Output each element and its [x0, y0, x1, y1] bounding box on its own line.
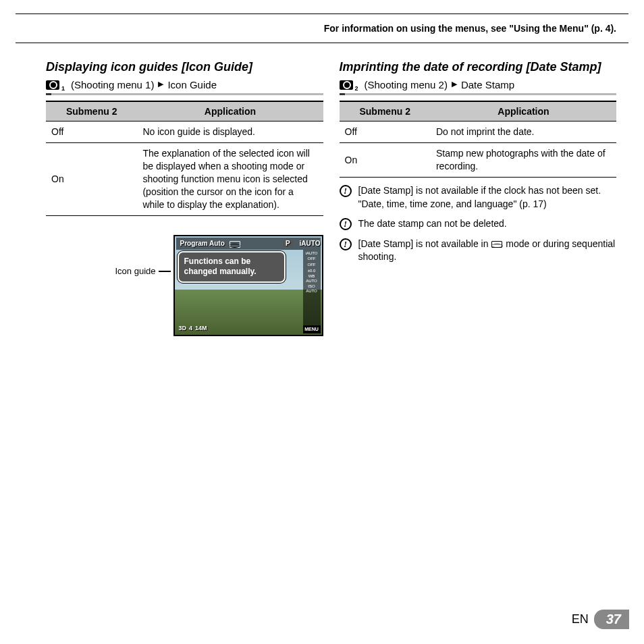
bottom-item: 14M: [195, 325, 207, 331]
lcd-menu-tag: MENU: [303, 325, 321, 333]
icon-guide-table: Submenu 2 Application Off No icon guide …: [46, 101, 323, 215]
camera-sub-2: 2: [355, 85, 358, 92]
note-line: [Date Stamp] is not available if the clo…: [358, 185, 601, 196]
lcd-mode-text: Program Auto: [180, 240, 225, 247]
breadcrumb-item-1: Icon Guide: [167, 79, 217, 90]
content: Displaying icon guides [Icon Guide] 1 (S…: [16, 43, 628, 336]
page-number-badge: 37: [594, 610, 629, 629]
figure-label: Icon guide: [115, 235, 156, 276]
lcd-mode-p: P: [283, 240, 293, 247]
footer: EN 37: [572, 610, 629, 629]
side-item: OFF: [308, 263, 316, 267]
cell-on-desc: Stamp new photographs with the date of r…: [431, 143, 616, 178]
note-line: "Date, time, time zone, and language" (p…: [358, 198, 547, 209]
th-submenu: Submenu 2: [46, 101, 137, 122]
table-header-row: Submenu 2 Application: [46, 101, 323, 122]
side-item: WB AUTO: [303, 274, 321, 283]
right-column: Imprinting the date of recording [Date S…: [340, 59, 617, 336]
note-1: ! [Date Stamp] is not available if the c…: [340, 184, 617, 211]
note-2: ! The date stamp can not be deleted.: [340, 217, 617, 231]
header-text: For information on using the menus, see …: [324, 23, 616, 34]
camera-icon: [340, 80, 353, 90]
header-bar: For information on using the menus, see …: [16, 14, 628, 43]
breadcrumb-icon-guide: 1 (Shooting menu 1) ▶ Icon Guide: [46, 79, 323, 95]
table-row: On Stamp new photographs with the date o…: [340, 143, 617, 178]
note-3: ! [Date Stamp] is not available in mode …: [340, 238, 617, 264]
figure-icon-guide: Icon guide Program Auto P iAUTO Function…: [46, 235, 323, 336]
lcd-iauto: iAUTO: [300, 240, 321, 247]
breadcrumb-date-stamp: 2 (Shooting menu 2) ▶ Date Stamp: [340, 79, 617, 95]
side-item: ±0.0: [308, 269, 316, 273]
cell-on-desc: The explanation of the selected icon wil…: [137, 143, 323, 215]
chevron-right-icon: ▶: [158, 80, 163, 88]
cell-on: On: [340, 143, 431, 178]
lcd-sidebar: iAUTO OFF OFF ±0.0 WB AUTO ISO AUTO: [303, 250, 321, 333]
note-line: [Date Stamp] is not available in: [358, 238, 491, 249]
cell-on: On: [46, 143, 137, 215]
callout-line: [159, 271, 171, 272]
cell-off: Off: [46, 122, 137, 143]
note-3-text: [Date Stamp] is not available in mode or…: [358, 238, 617, 264]
chevron-right-icon: ▶: [452, 80, 457, 88]
table-row: On The explanation of the selected icon …: [46, 143, 323, 215]
section-title-date-stamp: Imprinting the date of recording [Date S…: [340, 59, 617, 75]
side-item: iAUTO: [306, 251, 318, 256]
left-column: Displaying icon guides [Icon Guide] 1 (S…: [46, 59, 323, 336]
note-icon: !: [340, 185, 352, 197]
note-2-text: The date stamp can not be deleted.: [358, 217, 507, 231]
lcd-tooltip: Functions can be changed manually.: [178, 251, 286, 283]
th-application: Application: [137, 101, 323, 122]
panorama-icon: [230, 241, 240, 248]
date-stamp-table: Submenu 2 Application Off Do not imprint…: [340, 101, 617, 178]
table-row: Off Do not imprint the date.: [340, 122, 617, 143]
note-1-text: [Date Stamp] is not available if the clo…: [358, 184, 601, 211]
camera-icon: [46, 80, 59, 90]
cell-off: Off: [340, 122, 431, 143]
th-application: Application: [431, 101, 616, 122]
cell-off-desc: No icon guide is displayed.: [137, 122, 323, 143]
table-header-row: Submenu 2 Application: [340, 101, 617, 122]
lcd-topbar: Program Auto P iAUTO: [176, 238, 321, 250]
breadcrumb-menu-2: (Shooting menu 2): [365, 79, 448, 90]
side-item: OFF: [308, 257, 316, 261]
bottom-item: 4: [189, 325, 192, 331]
section-title-icon-guide: Displaying icon guides [Icon Guide]: [46, 59, 323, 75]
cell-off-desc: Do not imprint the date.: [431, 122, 616, 143]
note-icon: !: [340, 238, 352, 250]
note-icon: !: [340, 218, 352, 230]
breadcrumb-item-2: Date Stamp: [461, 79, 514, 90]
lcd-preview: Program Auto P iAUTO Functions can be ch…: [173, 235, 323, 336]
breadcrumb-menu-1: (Shooting menu 1): [71, 79, 154, 90]
lcd-bottombar: 3D 4 14M: [176, 323, 303, 333]
th-submenu: Submenu 2: [340, 101, 431, 122]
camera-sub-1: 1: [61, 85, 65, 92]
table-row: Off No icon guide is displayed.: [46, 122, 323, 143]
panorama-icon: [491, 241, 502, 248]
side-item: ISO AUTO: [303, 284, 321, 293]
footer-language: EN: [572, 612, 589, 626]
bottom-item: 3D: [179, 325, 187, 331]
